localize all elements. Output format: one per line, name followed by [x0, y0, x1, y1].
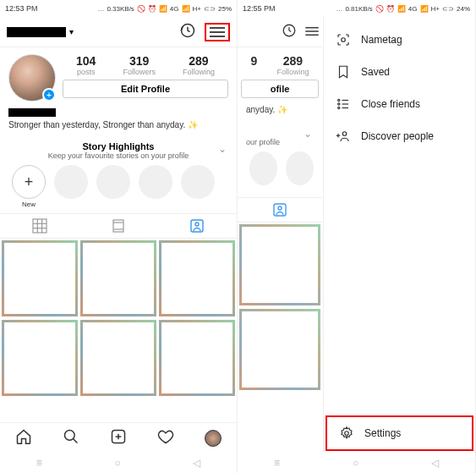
menu-saved[interactable]: Saved — [324, 56, 475, 88]
post-thumbnail[interactable] — [2, 240, 78, 316]
highlights-subtitle: Keep your favourite stories on your prof… — [8, 151, 228, 160]
post-thumbnail[interactable] — [159, 240, 235, 316]
stat-cut: 9 — [251, 54, 258, 76]
archive-icon[interactable] — [179, 22, 196, 42]
stat-following: 289 Following — [276, 54, 309, 76]
back-icon[interactable]: ◁ — [431, 457, 439, 469]
bio-text: Stronger than yesterday, Stronger than a… — [8, 120, 228, 129]
svg-point-24 — [278, 206, 282, 210]
add-story-icon[interactable]: + — [42, 88, 56, 102]
screen-left: 12:53 PM …0.33KB/s 🚫⏰📶 4G📶 H+ ⊂⊃25% ▾ + — [0, 0, 238, 473]
back-icon[interactable]: ◁ — [193, 457, 200, 469]
tab-feed[interactable] — [79, 214, 157, 238]
chevron-down-icon[interactable]: ⌄ — [218, 143, 227, 155]
screen-right: 12:55 PM …0.81KB/s 🚫⏰📶 4G📶 H+ ⊂⊃24% 9 — [238, 0, 476, 473]
menu-settings-highlighted[interactable]: Settings — [326, 415, 473, 451]
chevron-down-icon: ▾ — [69, 27, 74, 36]
profile-peek: 9 289 Following ofile anyday. ✨ ⌄ our pr… — [238, 17, 322, 453]
tab-grid[interactable] — [0, 214, 79, 238]
svg-point-35 — [345, 432, 349, 436]
bio-text-cut: anyday. ✨ — [246, 105, 314, 114]
hamburger-icon — [305, 25, 319, 40]
add-person-icon — [336, 129, 351, 144]
nametag-icon — [336, 32, 351, 47]
svg-rect-9 — [113, 220, 123, 232]
home-button-icon[interactable]: ○ — [353, 457, 358, 469]
avatar[interactable]: + — [8, 54, 56, 102]
gear-icon — [339, 426, 354, 441]
post-thumbnail[interactable] — [159, 320, 235, 396]
username-redacted — [7, 27, 66, 37]
status-right: …0.81KB/s 🚫⏰📶 4G📶 H+ ⊂⊃24% — [336, 5, 470, 13]
post-thumbnail — [239, 309, 320, 390]
recent-apps-icon[interactable]: ≡ — [36, 457, 42, 469]
new-post-icon[interactable] — [110, 428, 127, 448]
edit-profile-button[interactable]: Edit Profile — [63, 80, 228, 98]
svg-rect-4 — [33, 219, 47, 233]
stat-followers[interactable]: 319 Followers — [123, 54, 156, 76]
stats-row: 104 posts 319 Followers 289 Following — [63, 54, 228, 76]
top-bar: ▾ — [0, 17, 237, 47]
menu-label: Saved — [361, 66, 390, 78]
status-time: 12:55 PM — [243, 4, 276, 13]
tab-tagged — [238, 198, 322, 222]
highlights-title: Story Highlights — [8, 141, 228, 151]
search-icon[interactable] — [63, 428, 79, 448]
profile-icon[interactable] — [205, 430, 222, 447]
status-right: …0.33KB/s 🚫⏰📶 4G📶 H+ ⊂⊃25% — [97, 5, 232, 13]
svg-point-14 — [65, 430, 75, 440]
system-nav: ≡ ○ ◁ — [238, 453, 475, 473]
recent-apps-icon[interactable]: ≡ — [274, 457, 280, 469]
bottom-nav — [0, 422, 237, 453]
status-time: 12:53 PM — [5, 4, 38, 13]
status-bar: 12:55 PM …0.81KB/s 🚫⏰📶 4G📶 H+ ⊂⊃24% — [238, 0, 475, 17]
menu-label: Nametag — [361, 34, 402, 46]
menu-label: Discover people — [361, 130, 434, 142]
svg-point-13 — [195, 223, 199, 226]
hamburger-menu-highlighted[interactable] — [205, 23, 230, 41]
edit-profile-button-cut: ofile — [241, 80, 319, 98]
svg-point-26 — [338, 99, 340, 101]
stat-following[interactable]: 289 Following — [183, 54, 215, 76]
post-thumbnail[interactable] — [80, 320, 156, 396]
story-highlights: ⌄ Story Highlights Keep your favourite s… — [0, 136, 237, 213]
post-thumbnail[interactable] — [80, 240, 156, 316]
highlight-placeholder — [286, 151, 314, 185]
menu-discover-people[interactable]: Discover people — [324, 120, 475, 152]
posts-grid — [0, 239, 237, 422]
home-button-icon[interactable]: ○ — [114, 457, 120, 469]
username-dropdown[interactable]: ▾ — [7, 27, 74, 37]
svg-point-32 — [342, 132, 347, 136]
profile-tabs — [0, 213, 237, 239]
svg-line-15 — [74, 438, 78, 443]
stat-posts[interactable]: 104 posts — [76, 54, 96, 76]
post-thumbnail[interactable] — [2, 320, 78, 396]
bookmark-icon — [336, 64, 351, 80]
bio-name-redacted — [8, 108, 56, 117]
svg-point-27 — [338, 103, 340, 105]
chevron-down-icon: ⌄ — [304, 128, 312, 140]
menu-label: Close friends — [361, 98, 420, 110]
highlight-new[interactable]: + New — [12, 165, 46, 208]
highlight-placeholder — [54, 165, 88, 199]
side-menu: Nametag Saved Close friends Discover peo… — [323, 17, 475, 453]
status-bar: 12:53 PM …0.33KB/s 🚫⏰📶 4G📶 H+ ⊂⊃25% — [0, 0, 237, 17]
bio-section: Stronger than yesterday, Stronger than a… — [0, 105, 237, 136]
svg-point-25 — [342, 38, 346, 42]
menu-label: Settings — [364, 427, 401, 439]
highlight-placeholder — [181, 165, 215, 199]
tab-tagged[interactable] — [158, 214, 237, 238]
highlight-placeholder — [96, 165, 130, 199]
list-icon — [336, 96, 351, 112]
post-thumbnail — [239, 224, 320, 305]
archive-icon — [282, 23, 297, 41]
profile-header: + 104 posts 319 Followers 289 Following … — [0, 47, 237, 105]
svg-point-28 — [338, 107, 340, 108]
home-icon[interactable] — [15, 428, 32, 448]
menu-nametag[interactable]: Nametag — [324, 24, 475, 56]
activity-icon[interactable] — [157, 428, 174, 448]
system-nav: ≡ ○ ◁ — [0, 453, 237, 473]
highlight-placeholder — [249, 151, 277, 185]
menu-close-friends[interactable]: Close friends — [324, 88, 475, 120]
highlight-placeholder — [139, 165, 172, 199]
